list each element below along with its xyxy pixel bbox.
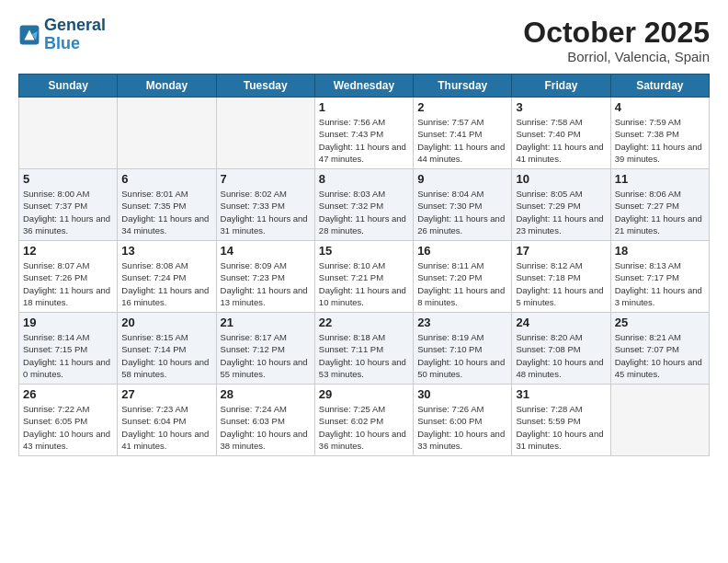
logo-text: General Blue: [44, 17, 106, 53]
day-info: Sunrise: 8:13 AMSunset: 7:17 PMDaylight:…: [615, 259, 705, 308]
sunrise-text: Sunrise: 8:17 AM: [221, 331, 311, 343]
sunrise-text: Sunrise: 8:14 AM: [23, 331, 113, 343]
sunset-text: Sunset: 7:30 PM: [417, 200, 507, 212]
day-number: 28: [221, 387, 311, 401]
day-number: 26: [23, 387, 113, 401]
calendar-cell-week0-day5: 3Sunrise: 7:58 AMSunset: 7:40 PMDaylight…: [512, 98, 610, 169]
day-info: Sunrise: 8:15 AMSunset: 7:14 PMDaylight:…: [121, 331, 211, 380]
calendar-cell-week4-day0: 26Sunrise: 7:22 AMSunset: 6:05 PMDayligh…: [19, 385, 118, 456]
sunset-text: Sunset: 7:20 PM: [417, 271, 507, 283]
day-number: 3: [516, 100, 606, 114]
sunrise-text: Sunrise: 7:58 AM: [516, 116, 606, 128]
weekday-header-wednesday: Wednesday: [314, 75, 413, 98]
day-number: 14: [221, 244, 311, 258]
calendar-cell-week2-day0: 12Sunrise: 8:07 AMSunset: 7:26 PMDayligh…: [19, 241, 118, 313]
day-info: Sunrise: 7:58 AMSunset: 7:40 PMDaylight:…: [516, 116, 606, 165]
day-info: Sunrise: 7:57 AMSunset: 7:41 PMDaylight:…: [417, 116, 507, 165]
sunset-text: Sunset: 6:00 PM: [417, 415, 507, 427]
day-info: Sunrise: 8:01 AMSunset: 7:35 PMDaylight:…: [121, 188, 211, 236]
day-info: Sunrise: 8:07 AMSunset: 7:26 PMDaylight:…: [23, 259, 113, 308]
sunrise-text: Sunrise: 7:23 AM: [121, 403, 211, 415]
calendar-cell-week4-day2: 28Sunrise: 7:24 AMSunset: 6:03 PMDayligh…: [216, 385, 314, 456]
sunset-text: Sunset: 7:38 PM: [615, 128, 705, 140]
sunrise-text: Sunrise: 8:04 AM: [417, 188, 507, 200]
day-info: Sunrise: 7:24 AMSunset: 6:03 PMDaylight:…: [221, 403, 311, 452]
day-number: 16: [417, 244, 507, 258]
sunrise-text: Sunrise: 8:21 AM: [615, 331, 705, 343]
calendar-cell-week0-day6: 4Sunrise: 7:59 AMSunset: 7:38 PMDaylight…: [610, 98, 709, 169]
location: Borriol, Valencia, Spain: [523, 49, 710, 64]
sunset-text: Sunset: 7:23 PM: [221, 271, 311, 283]
sunrise-text: Sunrise: 8:08 AM: [121, 259, 211, 271]
daylight-text: Daylight: 10 hours and 33 minutes.: [417, 428, 507, 453]
calendar-cell-week4-day5: 31Sunrise: 7:28 AMSunset: 5:59 PMDayligh…: [512, 385, 610, 456]
calendar-cell-week0-day3: 1Sunrise: 7:56 AMSunset: 7:43 PMDaylight…: [314, 98, 413, 169]
day-number: 6: [121, 172, 211, 186]
sunset-text: Sunset: 6:05 PM: [23, 415, 113, 427]
daylight-text: Daylight: 11 hours and 47 minutes.: [319, 141, 409, 166]
day-number: 22: [319, 316, 409, 329]
daylight-text: Daylight: 11 hours and 39 minutes.: [615, 141, 705, 166]
sunset-text: Sunset: 7:27 PM: [615, 200, 705, 212]
day-info: Sunrise: 8:00 AMSunset: 7:37 PMDaylight:…: [23, 188, 113, 236]
calendar-cell-week3-day4: 23Sunrise: 8:19 AMSunset: 7:10 PMDayligh…: [414, 313, 512, 385]
title-block: October 2025 Borriol, Valencia, Spain: [523, 17, 710, 64]
daylight-text: Daylight: 11 hours and 44 minutes.: [417, 141, 507, 166]
day-number: 9: [417, 172, 507, 186]
day-number: 1: [319, 100, 409, 114]
sunset-text: Sunset: 7:15 PM: [23, 343, 113, 355]
day-number: 29: [319, 387, 409, 401]
day-info: Sunrise: 8:21 AMSunset: 7:07 PMDaylight:…: [615, 331, 705, 380]
calendar-cell-week2-day2: 14Sunrise: 8:09 AMSunset: 7:23 PMDayligh…: [216, 241, 314, 313]
sunrise-text: Sunrise: 7:57 AM: [417, 116, 507, 128]
day-info: Sunrise: 7:56 AMSunset: 7:43 PMDaylight:…: [319, 116, 409, 165]
sunrise-text: Sunrise: 8:09 AM: [221, 259, 311, 271]
day-number: 15: [319, 244, 409, 258]
calendar-cell-week3-day1: 20Sunrise: 8:15 AMSunset: 7:14 PMDayligh…: [118, 313, 216, 385]
day-info: Sunrise: 7:25 AMSunset: 6:02 PMDaylight:…: [319, 403, 409, 452]
sunset-text: Sunset: 7:24 PM: [121, 271, 211, 283]
day-info: Sunrise: 8:09 AMSunset: 7:23 PMDaylight:…: [221, 259, 311, 308]
sunset-text: Sunset: 7:07 PM: [615, 343, 705, 355]
sunset-text: Sunset: 6:02 PM: [319, 415, 409, 427]
calendar: SundayMondayTuesdayWednesdayThursdayFrid…: [18, 74, 710, 456]
day-number: 30: [417, 387, 507, 401]
daylight-text: Daylight: 11 hours and 10 minutes.: [319, 284, 409, 309]
sunrise-text: Sunrise: 7:22 AM: [23, 403, 113, 415]
sunset-text: Sunset: 7:26 PM: [23, 271, 113, 283]
weekday-header-sunday: Sunday: [19, 75, 118, 98]
calendar-cell-week2-day4: 16Sunrise: 8:11 AMSunset: 7:20 PMDayligh…: [414, 241, 512, 313]
day-number: 8: [319, 172, 409, 186]
daylight-text: Daylight: 11 hours and 41 minutes.: [516, 141, 606, 166]
sunrise-text: Sunrise: 7:28 AM: [516, 403, 606, 415]
day-info: Sunrise: 8:05 AMSunset: 7:29 PMDaylight:…: [516, 188, 606, 236]
header: General Blue October 2025 Borriol, Valen…: [18, 17, 710, 64]
sunset-text: Sunset: 7:43 PM: [319, 128, 409, 140]
daylight-text: Daylight: 10 hours and 38 minutes.: [221, 428, 311, 453]
daylight-text: Daylight: 10 hours and 50 minutes.: [417, 356, 507, 381]
day-info: Sunrise: 8:04 AMSunset: 7:30 PMDaylight:…: [417, 188, 507, 236]
sunset-text: Sunset: 7:12 PM: [221, 343, 311, 355]
day-info: Sunrise: 8:18 AMSunset: 7:11 PMDaylight:…: [319, 331, 409, 380]
daylight-text: Daylight: 11 hours and 3 minutes.: [615, 284, 705, 309]
sunset-text: Sunset: 7:40 PM: [516, 128, 606, 140]
calendar-cell-week1-day5: 10Sunrise: 8:05 AMSunset: 7:29 PMDayligh…: [512, 169, 610, 241]
day-info: Sunrise: 8:02 AMSunset: 7:33 PMDaylight:…: [221, 188, 311, 236]
logo-icon: [18, 24, 40, 46]
sunset-text: Sunset: 7:17 PM: [615, 271, 705, 283]
daylight-text: Daylight: 11 hours and 8 minutes.: [417, 284, 507, 309]
day-number: 25: [615, 316, 705, 329]
day-info: Sunrise: 8:14 AMSunset: 7:15 PMDaylight:…: [23, 331, 113, 380]
calendar-cell-week4-day4: 30Sunrise: 7:26 AMSunset: 6:00 PMDayligh…: [414, 385, 512, 456]
daylight-text: Daylight: 11 hours and 34 minutes.: [121, 213, 211, 237]
sunset-text: Sunset: 7:41 PM: [417, 128, 507, 140]
sunset-text: Sunset: 6:03 PM: [221, 415, 311, 427]
month-title: October 2025: [523, 17, 710, 49]
sunset-text: Sunset: 7:21 PM: [319, 271, 409, 283]
sunrise-text: Sunrise: 8:13 AM: [615, 259, 705, 271]
day-number: 2: [417, 100, 507, 114]
calendar-cell-week2-day1: 13Sunrise: 8:08 AMSunset: 7:24 PMDayligh…: [118, 241, 216, 313]
day-number: 24: [516, 316, 606, 329]
sunrise-text: Sunrise: 7:59 AM: [615, 116, 705, 128]
day-info: Sunrise: 8:20 AMSunset: 7:08 PMDaylight:…: [516, 331, 606, 380]
